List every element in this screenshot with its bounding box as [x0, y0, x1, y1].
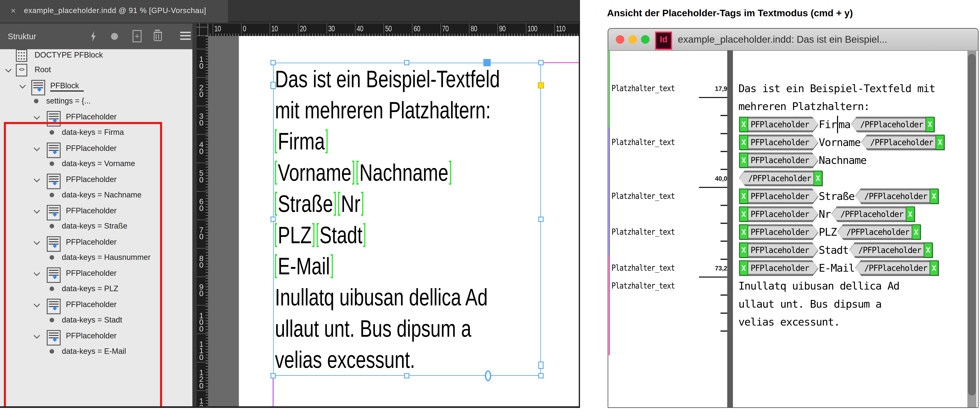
- chevron-down-icon[interactable]: [33, 113, 40, 119]
- paragraph-style-label: Platzhalter_text: [611, 191, 675, 201]
- tag-open-label: PFPlaceholder: [748, 189, 818, 204]
- story-line: XPFPlaceholderVorname/PFPlaceholderX: [738, 133, 968, 151]
- ruler-label: 10: [199, 56, 204, 69]
- indesign-app-icon: Id: [655, 32, 672, 50]
- tag-close-label: /PFPlaceholder: [837, 224, 912, 240]
- document-tab[interactable]: × example_placeholder.indd @ 91 % [GPU-V…: [0, 0, 228, 22]
- tag-symbol-icon: X: [929, 261, 939, 276]
- xml-tag-open: XPFPlaceholder: [739, 189, 818, 204]
- frame-handle-bottom-mid[interactable]: [404, 373, 409, 378]
- frame-anchor-square[interactable]: [484, 59, 491, 66]
- ruler-major-tick: [197, 276, 208, 277]
- lightning-icon[interactable]: [90, 31, 96, 42]
- ruler-label: 50: [385, 24, 392, 33]
- xml-tag-close: /PFPlaceholderX: [855, 189, 939, 204]
- text-flow-oval-icon[interactable]: [485, 370, 491, 381]
- placeholder-span: Vorname: [275, 159, 354, 186]
- tag-open-bracket-icon: [338, 192, 340, 216]
- tab-close-icon[interactable]: ×: [8, 6, 18, 16]
- add-element-icon[interactable]: +: [133, 30, 142, 42]
- xml-tag-open: XPFPlaceholder: [739, 243, 818, 257]
- depth-tick: [721, 205, 727, 206]
- window-close-button[interactable]: [616, 35, 624, 44]
- frame-handle-top-right[interactable]: [538, 60, 544, 65]
- ruler-label: 130: [199, 398, 204, 406]
- tag-close-bracket-icon: [449, 160, 451, 185]
- horizontal-ruler[interactable]: 100102030405060708090100110120: [208, 24, 579, 36]
- depth-tick: [721, 259, 727, 260]
- placeholder-word: Firma: [278, 128, 325, 155]
- story-line: ullaut unt. Bus dipsum a: [738, 295, 968, 313]
- text-frame-content[interactable]: Das ist ein Beispiel-Textfeldmit mehrere…: [275, 64, 541, 375]
- chevron-down-icon[interactable]: [5, 66, 11, 72]
- document-text-run: velias excessunt.: [275, 346, 415, 373]
- story-text-area[interactable]: Das ist ein Beispiel-Textfeld mitmehrere…: [738, 50, 968, 408]
- tag-symbol-icon: X: [813, 171, 822, 186]
- ruler-major-tick: [197, 49, 208, 49]
- xml-tag-close: /PFPlaceholderX: [850, 243, 932, 257]
- ruler-label: 10: [214, 24, 221, 33]
- tag-open-bracket-icon: [356, 160, 359, 185]
- tag-symbol-icon: X: [912, 224, 921, 240]
- dot-icon[interactable]: [111, 33, 118, 40]
- panel-menu-icon[interactable]: [180, 32, 191, 40]
- scrollbar-thumb[interactable]: [968, 54, 976, 396]
- story-text-run: ma: [838, 118, 850, 130]
- placeholder-word: Vorname: [278, 159, 352, 186]
- story-text-run: PLZ: [819, 226, 837, 238]
- tree-row-settings-[interactable]: settings = {...: [0, 93, 192, 109]
- ruler-label: 30: [328, 24, 335, 33]
- story-line: XPFPlaceholderPLZ/PFPlaceholderX: [738, 223, 968, 241]
- ruler-major-tick: [441, 24, 441, 36]
- tab-title: example_placeholder.indd @ 91 % [GPU-Vor…: [24, 0, 206, 21]
- story-window-title: example_placeholder.indd: Das ist ein Be…: [678, 29, 887, 50]
- ruler-major-tick: [197, 391, 208, 391]
- text-outport[interactable]: [538, 362, 544, 369]
- placeholder-word: Straße: [278, 190, 333, 218]
- tree-row-pfblock[interactable]: PFBlock: [0, 78, 192, 93]
- ruler-major-tick: [326, 24, 327, 36]
- tag-close-bracket-icon: [331, 254, 333, 278]
- margin-guide-horizontal[interactable]: [541, 62, 579, 63]
- chevron-down-icon[interactable]: [19, 82, 25, 89]
- story-text-run: Vorname: [819, 136, 861, 148]
- story-window-titlebar[interactable]: Id example_placeholder.indd: Das ist ein…: [608, 29, 978, 51]
- frame-handle-top-mid[interactable]: [404, 60, 409, 65]
- scrollbar-track[interactable]: [967, 50, 976, 408]
- corner-radius-handle[interactable]: [538, 83, 544, 89]
- tag-close-label: /PFPlaceholder: [855, 189, 929, 204]
- window-zoom-button[interactable]: [641, 35, 649, 44]
- tag-close-bracket-icon: [334, 192, 336, 216]
- frame-handle-top-left[interactable]: [270, 60, 276, 65]
- document-line: PLZStadt: [275, 219, 540, 251]
- frame-handle-mid-right[interactable]: [538, 216, 544, 222]
- tag-close-bracket-icon: [325, 129, 328, 153]
- window-minimize-button[interactable]: [628, 35, 637, 44]
- story-text-run: Inullatq uibusan dellica Ad: [738, 280, 899, 292]
- vertical-ruler[interactable]: 102030405060708090100110120130: [197, 36, 208, 406]
- ruler-major-tick: [197, 134, 208, 135]
- frame-handle-mid-left[interactable]: [270, 216, 276, 222]
- tree-row-root[interactable]: <>Root: [0, 62, 192, 77]
- ruler-corner-box[interactable]: [197, 24, 208, 36]
- root-icon: <>: [16, 64, 27, 76]
- story-text-run: Nachname: [819, 154, 866, 166]
- tag-symbol-icon: X: [739, 243, 748, 257]
- placeholder-span: Firma: [275, 128, 328, 155]
- story-text-run: velias excessunt.: [738, 316, 840, 328]
- tree-row-doctype-pfblock[interactable]: DOCTYPE PFBlock: [0, 49, 192, 63]
- frame-handle-bottom-right[interactable]: [538, 373, 544, 378]
- trash-icon[interactable]: [154, 32, 162, 41]
- story-line: Inullatq uibusan dellica Ad: [738, 277, 968, 295]
- paragraph-style-label: Platzhalter_text: [611, 137, 675, 147]
- story-text-run: ullaut unt. Bus dipsum a: [738, 298, 881, 310]
- frame-handle-bottom-left[interactable]: [270, 373, 276, 378]
- ruler-major-tick: [197, 305, 208, 305]
- paragraph-style-label: Platzhalter_text: [611, 281, 675, 291]
- text-inport[interactable]: [270, 82, 276, 89]
- ruler-label: 50: [199, 170, 204, 183]
- margin-guide-vertical[interactable]: [273, 376, 274, 406]
- tag-close-label: /PFPlaceholder: [832, 206, 906, 222]
- depth-tick: [721, 115, 727, 116]
- ruler-major-tick: [197, 219, 208, 220]
